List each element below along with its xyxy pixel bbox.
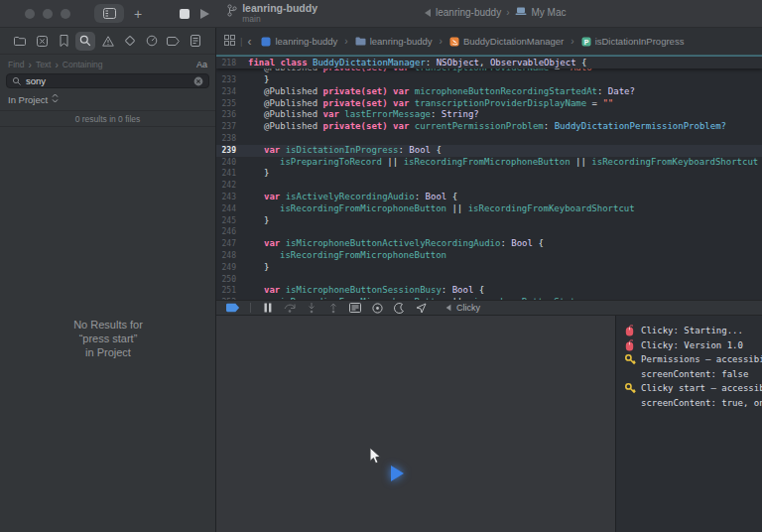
line-number[interactable]: 235 — [216, 98, 242, 110]
find-scope-header[interactable]: Find › Text › Containing Aa — [0, 58, 215, 71]
line-number[interactable]: 244 — [216, 203, 242, 215]
step-into-button[interactable] — [305, 302, 318, 314]
project-icon — [14, 37, 26, 46]
breadcrumb-item-project[interactable]: leanring-buddy — [261, 36, 337, 47]
line-number[interactable]: 218 — [216, 57, 242, 68]
simulate-location-button[interactable] — [414, 302, 428, 314]
line-number[interactable]: 240 — [216, 157, 242, 169]
code-text: @Published private(set) var currentPermi… — [242, 121, 726, 133]
search-input[interactable]: sony — [6, 73, 209, 88]
find-icon — [79, 35, 91, 47]
process-selector[interactable]: Clicky — [445, 303, 480, 313]
line-number[interactable]: 233 — [216, 74, 242, 86]
related-items-icon[interactable] — [224, 35, 235, 48]
step-out-button[interactable] — [326, 302, 340, 314]
chevron-right-icon: › — [344, 36, 347, 47]
line-number[interactable]: 237 — [216, 121, 242, 133]
match-case-toggle[interactable]: Aa — [196, 60, 207, 69]
back-chevron-icon[interactable]: ‹ — [247, 35, 251, 49]
memory-graph-button[interactable] — [370, 302, 384, 314]
line-number[interactable]: 250 — [216, 274, 242, 286]
navigator-tab-reports[interactable] — [186, 32, 205, 51]
line-number[interactable]: 234 — [216, 86, 242, 98]
debug-icon — [146, 35, 158, 47]
view-hierarchy-button[interactable] — [348, 302, 362, 314]
navigator-tab-bookmarks[interactable] — [54, 32, 73, 51]
breakpoints-toggle-button[interactable] — [226, 302, 240, 314]
chevron-right-icon: › — [506, 7, 509, 18]
clipped-line-wrapper: @Published private(set) var transcriptio… — [216, 68, 762, 74]
search-scope-selector[interactable]: In Project — [0, 90, 215, 107]
svg-text:P: P — [583, 38, 588, 45]
minimize-window-button[interactable] — [43, 9, 53, 19]
environment-overrides-button[interactable] — [392, 302, 406, 314]
navigator-tab-breakpoints[interactable] — [164, 32, 184, 51]
issues-icon — [102, 36, 114, 47]
pause-button-button[interactable] — [261, 302, 275, 314]
code-editor[interactable]: 218final class BuddyDictationManager: NS… — [216, 56, 762, 300]
source-control-icon — [37, 36, 48, 47]
xcode-window: + leanring-buddy main leanring-buddy › M… — [0, 0, 762, 532]
no-results-line: in Project — [0, 345, 216, 359]
line-number[interactable]: 246 — [216, 226, 242, 238]
process-name: Clicky — [456, 303, 480, 313]
sticky-declaration-line: 218final class BuddyDictationManager: NS… — [216, 56, 762, 68]
line-number[interactable]: 245 — [216, 215, 242, 227]
code-line: 250 — [216, 274, 762, 286]
scheme-selector[interactable]: leanring-buddy › My Mac — [425, 7, 567, 18]
navigator-tab-find[interactable] — [75, 32, 95, 51]
code-text: @Published private(set) var transcriptio… — [242, 98, 613, 110]
debug-console[interactable]: Clicky: Starting...Clicky: Version 1.0Pe… — [615, 316, 762, 532]
console-line: Clicky: Starting... — [625, 324, 762, 338]
code-line: 243var isActivelyRecordingAudio: Bool { — [216, 192, 762, 203]
toggle-navigator-button[interactable] — [94, 4, 124, 23]
code-line: 251var isMicrophoneButtonSessionBusy: Bo… — [216, 285, 762, 297]
swift-file-icon — [449, 37, 459, 47]
line-number[interactable]: 238 — [216, 133, 242, 145]
folder-icon — [355, 37, 366, 46]
reports-icon — [190, 35, 200, 47]
navigator-tab-bar — [0, 28, 215, 55]
zoom-window-button[interactable] — [61, 9, 70, 19]
code-text: @Published private(set) var transcriptio… — [242, 68, 597, 74]
breadcrumb-item-folder[interactable]: leanring-buddy — [355, 36, 433, 47]
line-number[interactable]: 239 — [216, 145, 242, 157]
line-number[interactable] — [216, 68, 242, 74]
close-window-button[interactable] — [25, 9, 35, 19]
new-tab-button[interactable]: + — [134, 7, 142, 21]
line-number[interactable]: 243 — [216, 192, 242, 203]
breadcrumb-item-swift-file[interactable]: BuddyDictationManager — [449, 36, 564, 47]
code-line: 240isPreparingToRecord || isRecordingFro… — [216, 157, 762, 169]
run-button[interactable] — [200, 9, 209, 19]
console-text: Clicky: Starting... — [641, 324, 743, 338]
stop-button[interactable] — [180, 9, 190, 19]
line-number[interactable]: 249 — [216, 262, 242, 274]
navigator-tab-source-control[interactable] — [32, 32, 52, 51]
breadcrumb: leanring-buddy›leanring-buddy›BuddyDicta… — [261, 36, 684, 47]
chevron-right-icon: › — [440, 36, 443, 47]
navigator-tab-issues[interactable] — [98, 32, 118, 51]
code-text: } — [242, 74, 269, 86]
navigator-tab-tests[interactable] — [120, 32, 140, 51]
line-number[interactable]: 236 — [216, 109, 242, 121]
breadcrumb-item-property[interactable]: PisDictationInProgress — [581, 36, 685, 47]
line-number[interactable]: 248 — [216, 250, 242, 262]
no-results-line: “press start” — [0, 332, 216, 345]
code-text — [242, 226, 264, 238]
navigator-tab-project[interactable] — [10, 32, 30, 51]
step-over-button[interactable] — [283, 302, 297, 314]
code-text: var isDictationInProgress: Bool { — [242, 145, 442, 157]
line-number[interactable]: 251 — [216, 285, 242, 297]
line-number[interactable]: 242 — [216, 180, 242, 192]
scheme-name: leanring-buddy — [436, 7, 501, 18]
code-text: var isActivelyRecordingAudio: Bool { — [242, 192, 457, 203]
mouse-icon — [625, 325, 636, 336]
line-number[interactable]: 247 — [216, 238, 242, 250]
code-line: 234@Published private(set) var microphon… — [216, 86, 762, 98]
navigator-tab-debug[interactable] — [142, 32, 162, 51]
line-number[interactable]: 241 — [216, 168, 242, 180]
variables-view[interactable] — [216, 316, 615, 532]
mouse-cursor — [369, 447, 382, 469]
clear-search-icon[interactable] — [193, 72, 203, 90]
console-text: screenContent: false — [641, 367, 748, 382]
